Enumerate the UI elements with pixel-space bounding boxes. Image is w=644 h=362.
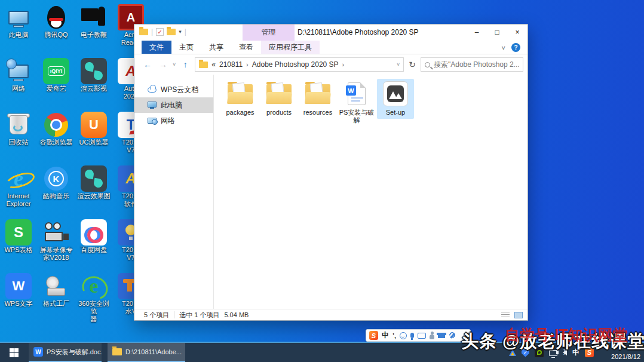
desktop-icon-tencent-qq[interactable]: 腾讯QQ: [38, 4, 75, 39]
file-packages[interactable]: packages: [222, 79, 259, 119]
close-button[interactable]: ×: [507, 24, 528, 40]
folder-icon[interactable]: [139, 29, 148, 35]
large-icons-view-icon[interactable]: [514, 312, 523, 318]
volume-tray-icon[interactable]: [563, 349, 567, 355]
desktop-icon-xuanyun-render[interactable]: 渲云效果图: [75, 165, 112, 200]
taskbar: W PS安装与破解.doc... D:\210811\Adobe... ✓ 中 …: [0, 342, 644, 362]
minimize-button[interactable]: –: [467, 24, 487, 40]
file-products[interactable]: products: [260, 79, 298, 119]
maximize-button[interactable]: □: [487, 24, 507, 40]
ime-punctuation-icon[interactable]: ’,: [392, 332, 396, 339]
desktop-icon-format-factory[interactable]: 格式工厂: [38, 272, 75, 308]
nvidia-tray-icon[interactable]: [535, 348, 544, 357]
folder-icon: [112, 348, 122, 355]
address-dropdown-icon[interactable]: ˅: [397, 62, 400, 68]
desktop-icon-kugou-music[interactable]: K 酷狗音乐: [38, 165, 75, 200]
checkmark-icon[interactable]: ✓: [156, 28, 164, 36]
desktop-icon-screen-recorder[interactable]: 屏幕录像专 家V2018: [38, 219, 75, 262]
refresh-icon[interactable]: ↻: [409, 60, 416, 69]
desktop-icon-e-pointer[interactable]: 电子教鞭: [75, 4, 112, 39]
sogou-logo-icon[interactable]: S: [369, 331, 378, 340]
breadcrumb-210811[interactable]: 210811: [219, 60, 243, 69]
context-tab-manage[interactable]: 管理: [243, 24, 295, 41]
folder-icon: [305, 84, 330, 104]
toolbox-icon[interactable]: [449, 332, 456, 339]
file-setup-selected[interactable]: Set-up: [377, 79, 414, 119]
skin-icon[interactable]: [438, 333, 445, 338]
window-title: D:\210811\Adobe Photoshop 2020 SP: [298, 28, 419, 36]
details-view-icon[interactable]: [501, 312, 510, 318]
iqiyi-icon: iQIYI: [43, 58, 69, 84]
breadcrumb-current-folder[interactable]: Adobe Photoshop 2020 SP: [252, 60, 339, 69]
sogou-ime-bar[interactable]: S 中 ’,: [366, 329, 471, 342]
screen-recorder-icon: [42, 219, 70, 246]
file-ps-crack-doc[interactable]: W PS安装与破解: [338, 79, 375, 127]
keyboard-icon[interactable]: [418, 333, 426, 339]
desktop-icon-xuanyun-video[interactable]: 渲云影视: [75, 57, 112, 93]
desktop-icon-network[interactable]: 网络: [0, 57, 37, 93]
desktop-icon-uc-browser[interactable]: U UC浏览器: [75, 111, 112, 146]
monitor-icon: [148, 102, 157, 108]
desktop-icon-baidu-pan[interactable]: 百度网盘: [75, 219, 112, 254]
desktop-icon-this-pc[interactable]: 此电脑: [0, 4, 37, 39]
xuanyun-fish-icon: [81, 58, 107, 84]
qat-dropdown-icon[interactable]: ▾: [179, 29, 182, 35]
network-icon: [148, 118, 157, 124]
history-dropdown-icon[interactable]: ˅: [173, 62, 176, 68]
cloud-icon: [148, 87, 157, 93]
tab-app-tools[interactable]: 应用程序工具: [261, 41, 320, 54]
ime-mode-chinese[interactable]: 中: [382, 330, 389, 340]
selected-count: 选中 1 个项目: [179, 311, 219, 320]
desktop-icon-chrome[interactable]: 谷歌浏览器: [38, 111, 75, 146]
emoji-icon[interactable]: [400, 332, 407, 339]
folder-icon[interactable]: [167, 29, 176, 35]
sogou-tray-icon[interactable]: S: [585, 348, 594, 357]
microphone-icon[interactable]: [410, 333, 414, 338]
drive-tray-icon[interactable]: [509, 349, 516, 356]
word-doc-icon: W: [348, 82, 366, 105]
sidebar-item-network[interactable]: 网络: [134, 113, 213, 128]
desktop-icon-internet-explorer[interactable]: e Internet Explorer: [0, 165, 37, 208]
tab-home[interactable]: 主页: [171, 41, 201, 54]
ime-indicator[interactable]: 中: [572, 348, 579, 358]
tab-view[interactable]: 查看: [231, 41, 261, 54]
kugou-icon: K: [44, 167, 68, 191]
taskbar-button-explorer[interactable]: D:\210811\Adobe...: [108, 343, 185, 362]
desktop-icon-360-browser[interactable]: e 360安全浏览 器: [75, 272, 112, 323]
search-input[interactable]: [434, 60, 519, 69]
help-icon[interactable]: ?: [511, 43, 520, 52]
sidebar-item-this-pc[interactable]: 此电脑: [134, 97, 213, 113]
file-resources[interactable]: resources: [299, 79, 336, 119]
desktop-icon-wps-word[interactable]: W WPS文字: [0, 272, 37, 308]
breadcrumb-prefix[interactable]: «: [211, 60, 216, 69]
quick-access-toolbar: | ✓ ▾ |: [139, 27, 186, 36]
folder-icon: [266, 84, 292, 104]
account-icon[interactable]: [430, 335, 434, 339]
desktop-icon-iqiyi[interactable]: iQIYI 爱奇艺: [38, 57, 75, 93]
desktop-icon-recycle-bin[interactable]: 回收站: [0, 111, 37, 146]
search-box[interactable]: [421, 57, 523, 72]
tab-share[interactable]: 共享: [201, 41, 231, 54]
shield-tray-icon[interactable]: ✓: [522, 348, 529, 357]
forward-button[interactable]: →: [157, 60, 169, 69]
tray-date: 2021/8/12: [611, 353, 640, 361]
title-bar[interactable]: | ✓ ▾ | 管理 D:\210811\Adobe Photoshop 202…: [134, 24, 528, 41]
start-button[interactable]: [0, 343, 27, 362]
ribbon-tabs: 文件 主页 共享 查看 应用程序工具 ˅ ?: [134, 41, 528, 54]
ribbon-collapse-icon[interactable]: ˅: [502, 44, 505, 51]
back-button[interactable]: ←: [142, 60, 154, 69]
sidebar-item-wps-cloud[interactable]: WPS云文档: [134, 82, 213, 97]
taskbar-button-wps-doc[interactable]: W PS安装与破解.doc...: [29, 343, 102, 362]
tab-file[interactable]: 文件: [142, 41, 171, 54]
desktop-icon-wps-sheet[interactable]: S WPS表格: [0, 219, 37, 254]
clock-date[interactable]: 2021/8/12: [611, 353, 640, 361]
address-bar[interactable]: « 210811 › Adobe Photoshop 2020 SP › ˅: [195, 57, 404, 72]
chrome-icon: [44, 113, 68, 137]
uc-browser-icon: U: [81, 112, 107, 138]
baidu-pan-icon: [81, 219, 107, 246]
windows-logo-icon: [10, 348, 19, 357]
wps-word-icon: W: [5, 273, 32, 299]
wps-doc-icon: W: [33, 347, 43, 357]
this-pc-icon: [5, 4, 32, 31]
up-button[interactable]: ↑: [179, 60, 191, 69]
